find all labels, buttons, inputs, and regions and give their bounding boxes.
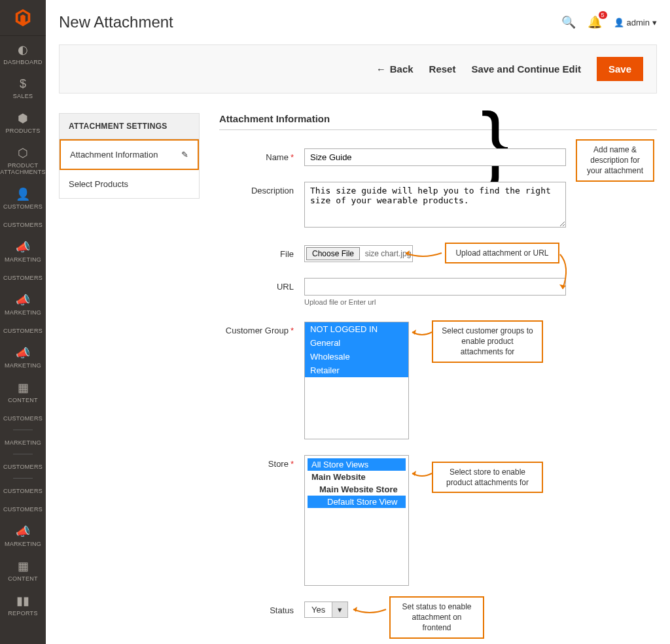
url-hint: Upload file or Enter url — [304, 298, 566, 306]
person-icon: 👤 — [16, 187, 30, 201]
chevron-down-icon: ▾ — [652, 18, 657, 27]
sidebar-item-customers-2[interactable]: CUSTOMERS — [0, 215, 46, 233]
name-input[interactable] — [304, 148, 566, 166]
megaphone-icon: 📣 — [16, 346, 30, 360]
sidebar-item-marketing[interactable]: 📣MARKETING — [0, 233, 46, 268]
choose-file-button[interactable]: Choose File — [306, 247, 360, 260]
status-label: Status — [219, 602, 304, 618]
cg-option[interactable]: Wholesale — [305, 350, 408, 364]
callout-name-desc: Add name & description for your attachme… — [576, 139, 654, 182]
customer-group-label: Customer Group* — [219, 322, 304, 439]
arrow-connector — [409, 468, 435, 481]
customer-group-select[interactable]: NOT LOGGED IN General Wholesale Retailer — [304, 322, 409, 439]
sidebar-item-marketing-3[interactable]: 📣MARKETING — [0, 339, 46, 374]
chart-icon: ▮▮ — [16, 594, 29, 608]
layout-icon: ▦ — [18, 559, 29, 573]
url-input[interactable] — [304, 278, 566, 296]
sidebar-item-customers-3[interactable]: CUSTOMERS — [0, 268, 46, 286]
store-option-default[interactable]: Default Store View — [308, 496, 406, 508]
megaphone-icon: 📣 — [16, 524, 30, 539]
url-label: URL — [219, 278, 304, 306]
arrow-connector — [350, 604, 389, 617]
admin-user-menu[interactable]: 👤 admin ▾ — [614, 18, 657, 27]
cg-option[interactable]: General — [305, 336, 408, 350]
sidebar-item-sales[interactable]: $SALES — [0, 71, 46, 105]
box-icon: ⬢ — [18, 111, 28, 126]
settings-panel-header: ATTACHMENT SETTINGS — [59, 113, 200, 139]
sidebar-item-customers-4[interactable]: CUSTOMERS — [0, 321, 46, 339]
callout-customer-group: Select customer groups to enable product… — [432, 320, 543, 363]
reset-button[interactable]: Reset — [429, 63, 456, 75]
store-option-main[interactable]: Main Website — [308, 471, 406, 483]
sidebar-separator — [13, 430, 33, 430]
store-label: Store* — [219, 455, 304, 586]
sidebar-item-marketing-2[interactable]: 📣MARKETING — [0, 286, 46, 321]
cg-option[interactable]: NOT LOGGED IN — [305, 322, 408, 336]
file-label: File — [219, 245, 304, 262]
action-bar: ← Back Reset Save and Continue Edit Save — [59, 44, 657, 93]
store-option-mainstore[interactable]: Main Website Store — [308, 483, 406, 496]
sidebar-item-product-attachments[interactable]: ⬡PRODUCT ATTACHMENTS — [0, 139, 46, 180]
magento-logo[interactable] — [0, 0, 46, 36]
arrow-left-icon: ← — [376, 63, 386, 75]
megaphone-icon: 📣 — [16, 293, 30, 307]
sidebar-item-customers-8[interactable]: CUSTOMERS — [0, 500, 46, 518]
description-label: Description — [219, 182, 304, 229]
sidebar-item-products[interactable]: ⬢PRODUCTS — [0, 105, 46, 139]
cg-option[interactable]: Retailer — [305, 364, 408, 377]
sidebar-item-content[interactable]: ▦CONTENT — [0, 374, 46, 409]
sidebar-item-customers-6[interactable]: CUSTOMERS — [0, 457, 46, 475]
layout-icon: ▦ — [18, 381, 29, 395]
cube-icon: ⬡ — [18, 146, 28, 160]
save-continue-button[interactable]: Save and Continue Edit — [471, 63, 581, 75]
back-button[interactable]: ← Back — [376, 63, 414, 75]
arrow-connector — [409, 327, 435, 340]
callout-status: Set status to enable attachment on front… — [389, 596, 484, 639]
search-icon[interactable]: 🔍 — [561, 15, 576, 29]
save-button[interactable]: Save — [597, 57, 643, 81]
sidebar-item-reports[interactable]: ▮▮REPORTS — [0, 587, 46, 622]
store-option-all[interactable]: All Store Views — [308, 458, 406, 471]
sidebar-item-marketing-4[interactable]: MARKETING — [0, 433, 46, 451]
notification-icon[interactable]: 🔔5 — [588, 15, 602, 29]
callout-upload: Upload attachment or URL — [445, 243, 559, 263]
sidebar-item-customers-7[interactable]: CUSTOMERS — [0, 481, 46, 500]
sidebar-item-marketing-5[interactable]: 📣MARKETING — [0, 518, 46, 552]
description-textarea[interactable]: This size guide will help you to find th… — [304, 182, 566, 228]
sidebar-item-customers[interactable]: 👤CUSTOMERS — [0, 180, 46, 215]
gauge-icon: ◐ — [18, 42, 28, 57]
dollar-icon: $ — [20, 77, 26, 91]
sidebar-item-customers-5[interactable]: CUSTOMERS — [0, 409, 46, 427]
section-title: Attachment Information — [219, 113, 657, 130]
user-icon: 👤 — [614, 18, 624, 27]
sidebar-separator — [13, 478, 33, 479]
tab-attachment-information[interactable]: Attachment Information ✎ — [60, 139, 199, 170]
chevron-down-icon: ▾ — [332, 602, 347, 617]
notification-badge: 5 — [599, 11, 607, 19]
pencil-icon: ✎ — [181, 150, 188, 160]
name-label: Name* — [219, 148, 304, 166]
status-select[interactable]: Yes ▾ — [304, 602, 348, 618]
megaphone-icon: 📣 — [16, 240, 30, 254]
sidebar-separator — [13, 454, 33, 454]
sidebar-item-dashboard[interactable]: ◐DASHBOARD — [0, 36, 46, 71]
sidebar-item-content-2[interactable]: ▦CONTENT — [0, 552, 46, 587]
admin-sidebar: ◐DASHBOARD $SALES ⬢PRODUCTS ⬡PRODUCT ATT… — [0, 0, 46, 644]
store-select[interactable]: All Store Views Main Website Main Websit… — [304, 455, 409, 586]
tab-select-products[interactable]: Select Products — [60, 170, 199, 198]
page-title: New Attachment — [59, 13, 173, 31]
arrow-connector — [402, 248, 445, 261]
callout-store: Select store to enable product attachmen… — [432, 462, 543, 493]
